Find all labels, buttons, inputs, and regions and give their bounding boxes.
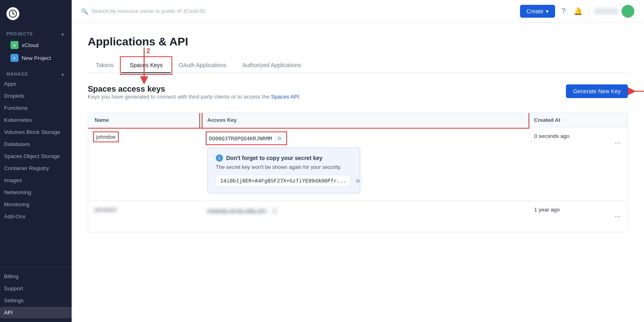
secret-notice-title: i Don't forget to copy your secret key bbox=[216, 154, 352, 162]
nav-support[interactable]: Support bbox=[0, 283, 72, 294]
tab-authorized[interactable]: Authorized Applications bbox=[234, 58, 309, 73]
secret-notice-desc: The secret key won't be shown again for … bbox=[216, 164, 352, 170]
sidebar-bottom: Billing Support Settings API ← 1 bbox=[0, 267, 72, 322]
section-title-area: Spaces access keys Keys you have generat… bbox=[88, 84, 301, 109]
search-placeholder: Search by resource name or public IP (Cm… bbox=[91, 8, 206, 14]
support-label: Support bbox=[4, 285, 23, 291]
nav-functions[interactable]: Functions bbox=[0, 102, 72, 114]
user-menu[interactable] bbox=[594, 5, 634, 18]
settings-label: Settings bbox=[4, 297, 24, 304]
nav-settings[interactable]: Settings bbox=[0, 295, 72, 306]
manage-collapse-icon[interactable]: ▲ bbox=[60, 72, 65, 76]
nav-spaces[interactable]: Spaces Object Storage bbox=[0, 150, 72, 162]
nav-droplets[interactable]: Droplets bbox=[0, 90, 72, 102]
main-content: 🔍 Search by resource name or public IP (… bbox=[72, 0, 644, 322]
copy-access-key-button-1[interactable]: ⧉ bbox=[275, 134, 284, 143]
avatar bbox=[621, 5, 634, 18]
td-more-2: ··· bbox=[608, 201, 627, 232]
tabs: Tokens Spaces Keys OAuth Applications Au… bbox=[88, 58, 628, 73]
table-row: johndoe DO00Q3TR8PQQ4KRJNRMM ⧉ i Don't f… bbox=[88, 127, 627, 201]
spaces-label: Spaces Object Storage bbox=[4, 153, 60, 159]
create-button[interactable]: Create ▾ bbox=[520, 5, 555, 18]
nav-billing[interactable]: Billing bbox=[0, 271, 72, 282]
nav-volumes[interactable]: Volumes Block Storage bbox=[0, 126, 72, 138]
spaces-api-link[interactable]: Spaces API. bbox=[271, 94, 301, 100]
copy-secret-key-button[interactable]: ⧉ bbox=[354, 176, 362, 185]
key-name-2: johndoe2 bbox=[95, 207, 117, 213]
info-icon: i bbox=[216, 154, 223, 162]
droplets-label: Droplets bbox=[4, 93, 24, 99]
apps-label: Apps bbox=[4, 81, 17, 87]
collapse-icon[interactable]: ▲ bbox=[60, 31, 65, 36]
access-key-blurred: DO00XBLUR1BLURBLUR1 ⧉ bbox=[207, 207, 279, 215]
chevron-down-icon: ▾ bbox=[546, 8, 549, 14]
logo-icon bbox=[6, 7, 19, 20]
copy-access-key-button-2[interactable]: ⧉ bbox=[270, 207, 279, 215]
project-xcloud-label: xCloud bbox=[22, 42, 39, 48]
addons-label: Add-Ons bbox=[4, 213, 25, 219]
sidebar-logo[interactable] bbox=[0, 0, 72, 27]
sidebar: PROJECTS ▲ x xCloud + New Project MANAGE… bbox=[0, 0, 72, 322]
help-button[interactable]: ? bbox=[560, 5, 567, 17]
notifications-button[interactable]: 🔔 bbox=[572, 5, 584, 17]
nav-images[interactable]: Images bbox=[0, 174, 72, 186]
nav-api[interactable]: API ← 1 bbox=[0, 307, 72, 318]
annotation-arrow-3: 3 bbox=[628, 83, 644, 99]
manage-label: MANAGE ▲ bbox=[0, 67, 72, 78]
section-desc: Keys you have generated to connect with … bbox=[88, 94, 301, 100]
api-label: API bbox=[4, 310, 13, 316]
th-actions bbox=[608, 113, 627, 127]
project-xcloud[interactable]: x xCloud bbox=[6, 39, 65, 51]
project-new-icon: + bbox=[10, 54, 19, 62]
th-access-key: Access Key bbox=[201, 113, 528, 127]
nav-networking[interactable]: Networking bbox=[0, 187, 72, 198]
secret-key-value: 14i0b1j8ER+A4FgBSF27X+GzfiYE09dA98Pfr... bbox=[216, 175, 351, 187]
section-title: Spaces access keys bbox=[88, 84, 301, 94]
images-label: Images bbox=[4, 177, 22, 183]
functions-label: Functions bbox=[4, 105, 28, 111]
create-label: Create bbox=[526, 8, 543, 14]
topbar: 🔍 Search by resource name or public IP (… bbox=[72, 0, 644, 23]
tab-tokens[interactable]: Tokens bbox=[88, 58, 122, 73]
nav-addons[interactable]: Add-Ons bbox=[0, 211, 72, 222]
keys-table: Name Access Key Created At johndoe DO00Q… bbox=[88, 113, 628, 232]
th-created-at: Created At bbox=[528, 113, 608, 127]
secret-key-notice: i Don't forget to copy your secret key T… bbox=[207, 148, 360, 193]
td-access-key-2: DO00XBLUR1BLURBLUR1 ⧉ bbox=[201, 201, 528, 232]
project-new[interactable]: + New Project bbox=[6, 51, 65, 64]
topbar-actions: Create ▾ ? 🔔 bbox=[520, 5, 634, 18]
td-access-key-1: DO00Q3TR8PQQ4KRJNRMM ⧉ i Don't forget to… bbox=[201, 127, 528, 201]
projects-section: PROJECTS ▲ x xCloud + New Project bbox=[0, 27, 72, 67]
more-options-button-2[interactable]: ··· bbox=[611, 207, 624, 226]
td-more-1: ··· bbox=[608, 127, 627, 201]
tab-oauth[interactable]: OAuth Applications bbox=[171, 58, 234, 73]
networking-label: Networking bbox=[4, 189, 31, 195]
access-key-value-1: DO00Q3TR8PQQ4KRJNRMM ⧉ bbox=[207, 133, 285, 144]
tab-spaces-keys[interactable]: Spaces Keys bbox=[122, 58, 171, 73]
access-key-text-2: DO00XBLUR1BLURBLUR1 bbox=[207, 208, 267, 214]
nav-kubernetes[interactable]: Kubernetes bbox=[0, 114, 72, 126]
projects-label: PROJECTS ▲ bbox=[6, 31, 65, 36]
monitoring-label: Monitoring bbox=[4, 201, 29, 207]
td-name-1: johndoe bbox=[88, 127, 201, 201]
container-label: Container Registry bbox=[4, 165, 49, 171]
secret-key-row: 14i0b1j8ER+A4FgBSF27X+GzfiYE09dA98Pfr...… bbox=[216, 175, 352, 187]
table-header: Name Access Key Created At bbox=[88, 113, 627, 127]
nav-container[interactable]: Container Registry bbox=[0, 162, 72, 174]
nav-databases[interactable]: Databases bbox=[0, 138, 72, 150]
nav-monitoring[interactable]: Monitoring bbox=[0, 199, 72, 210]
username-blurred bbox=[594, 8, 618, 14]
project-xcloud-icon: x bbox=[10, 41, 19, 49]
page-content: Applications & API 2 Tokens Spaces Keys … bbox=[72, 23, 644, 322]
divider bbox=[589, 6, 589, 16]
search-bar[interactable]: 🔍 Search by resource name or public IP (… bbox=[81, 8, 514, 14]
generate-btn-wrapper: Generate New Key 3 bbox=[566, 84, 628, 98]
nav-apps[interactable]: Apps bbox=[0, 78, 72, 90]
billing-label: Billing bbox=[4, 273, 19, 279]
access-key-text-1: DO00Q3TR8PQQ4KRJNRMM bbox=[209, 135, 272, 142]
project-new-label: New Project bbox=[22, 55, 51, 61]
td-created-1: 0 seconds ago bbox=[528, 127, 608, 201]
generate-new-key-button[interactable]: Generate New Key bbox=[566, 84, 628, 98]
svg-text:2: 2 bbox=[147, 47, 150, 54]
more-options-button-1[interactable]: ··· bbox=[611, 133, 624, 153]
